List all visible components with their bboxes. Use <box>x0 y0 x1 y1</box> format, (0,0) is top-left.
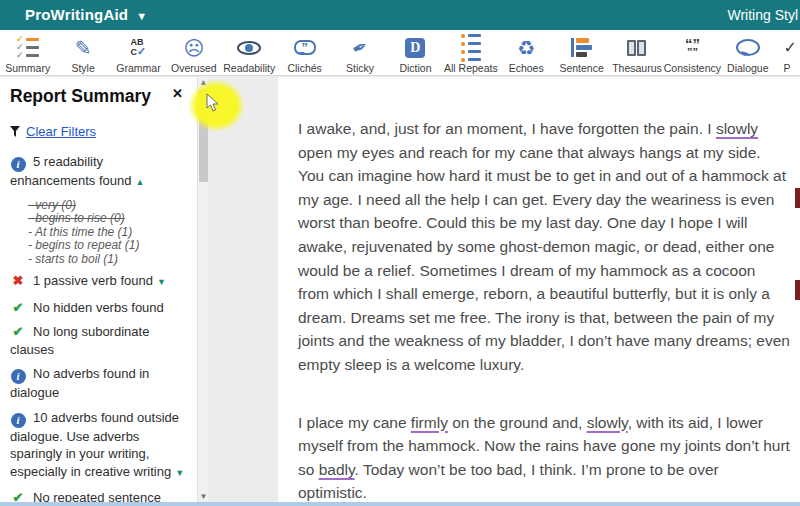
toolbar-item-label: Summary <box>5 62 50 74</box>
summary-subitem[interactable]: - At this time the (1) <box>28 226 187 240</box>
toolbar-item-diction[interactable]: DDiction <box>388 30 443 75</box>
grammar-icon: ABC✓ <box>131 35 147 60</box>
app-window: ProWritingAid▼ Writing Styl ✓✓✓Summary✎S… <box>0 0 800 506</box>
summary-item[interactable]: ✔No long subordinate clauses <box>10 323 187 358</box>
document-page[interactable]: I awake, and, just for an moment, I have… <box>278 77 800 502</box>
page-gutter <box>208 77 278 502</box>
toolbar-item-label: Style <box>71 62 94 74</box>
toolbar-item-summary[interactable]: ✓✓✓Summary <box>0 30 55 75</box>
summary-item-text: 1 passive verb found <box>33 273 153 288</box>
toolbar-item-label: Overused <box>171 62 217 74</box>
toolbar-item-label: Grammar <box>116 62 160 74</box>
issue-marker[interactable] <box>795 280 800 300</box>
readability-icon <box>237 35 261 60</box>
summary-item[interactable]: i5 readability enhancements found▲ <box>10 153 187 192</box>
content-area: Report Summary ✕ Clear Filters i5 readab… <box>0 77 800 502</box>
summary-item[interactable]: ✔No repeated sentence starts found <box>10 489 187 502</box>
summary-subitem[interactable]: - starts to boil (1) <box>28 253 187 267</box>
toolbar-item-label: Diction <box>399 62 431 74</box>
doc-text: I awake, and, just for an moment, I have… <box>298 120 716 137</box>
scrollbar-thumb[interactable] <box>199 90 208 182</box>
chevron-down-icon: ▼ <box>136 10 147 22</box>
consistency-icon: “””” <box>685 35 700 60</box>
info-icon: i <box>10 365 26 384</box>
toolbar-item-all-repeats[interactable]: All Repeats <box>443 30 498 75</box>
chevron-down-icon[interactable]: ▼ <box>175 468 184 478</box>
brand-label: ProWritingAid <box>25 6 128 23</box>
toolbar-item-style[interactable]: ✎Style <box>55 30 110 75</box>
toolbar-item-p[interactable]: ✓P <box>775 30 800 75</box>
document-text: I awake, and, just for an moment, I have… <box>278 77 800 502</box>
sentence-icon <box>571 35 592 60</box>
panel-title: Report Summary <box>10 86 197 107</box>
check-icon: ✔ <box>10 323 26 341</box>
toolbar-item-readability[interactable]: Readability <box>222 30 277 75</box>
doc-text: on the ground and, <box>448 414 587 431</box>
close-icon[interactable]: ✕ <box>172 86 183 101</box>
toolbar-item-sticky[interactable]: ✒Sticky <box>332 30 387 75</box>
chevron-up-icon[interactable]: ▲ <box>135 177 144 187</box>
cross-icon: ✖ <box>10 272 26 290</box>
document-paragraph: I awake, and, just for an moment, I have… <box>298 117 790 377</box>
summary-subitem[interactable]: - very (0) <box>28 199 187 213</box>
check-icon: ✔ <box>10 299 26 317</box>
summary-subitem[interactable]: - begins to repeat (1) <box>28 239 187 253</box>
toolbar-item-label: P <box>783 62 790 74</box>
toolbar-item-label: Consistency <box>664 62 721 74</box>
toolbar-item-sentence[interactable]: Sentence <box>554 30 609 75</box>
summary-item-text: No hidden verbs found <box>33 300 164 315</box>
summary-item[interactable]: iNo adverbs found in dialogue <box>10 365 187 402</box>
adverb-highlight[interactable]: slowly <box>587 414 628 431</box>
summary-items: i5 readability enhancements found▲- very… <box>10 153 187 502</box>
bottom-divider <box>0 502 800 506</box>
doc-text: open my eyes and reach for my cane that … <box>298 144 790 373</box>
summary-item-text: No adverbs found in dialogue <box>10 366 149 400</box>
toolbar-item-grammar[interactable]: ABC✓Grammar <box>111 30 166 75</box>
toolbar-item-thesaurus[interactable]: Thesaurus <box>609 30 664 75</box>
toolbar-item-label: All Repeats <box>444 62 498 74</box>
doc-text: I place my cane <box>298 414 411 431</box>
top-bar: ProWritingAid▼ Writing Styl <box>0 0 800 30</box>
adverb-highlight[interactable]: slowly <box>716 120 758 137</box>
panel-scrollbar[interactable]: ▲ ▼ <box>197 77 208 502</box>
toolbar-item-label: Dialogue <box>727 62 768 74</box>
toolbar-item-echoes[interactable]: ♻Echoes <box>499 30 554 75</box>
document-paragraph: I place my cane firmly on the ground and… <box>298 411 790 502</box>
all-repeats-icon <box>461 35 481 60</box>
toolbar-item-consistency[interactable]: “”””Consistency <box>665 30 720 75</box>
echoes-icon: ♻ <box>517 35 535 60</box>
summary-subitem[interactable]: - begins to rise (0) <box>28 212 187 226</box>
clear-filters-row: Clear Filters <box>10 124 197 139</box>
toolbar-item-label: Thesaurus <box>612 62 662 74</box>
toolbar-item-dialogue[interactable]: Dialogue <box>720 30 775 75</box>
brand-menu[interactable]: ProWritingAid▼ <box>25 0 147 30</box>
summary-item-text: No repeated sentence starts found <box>10 490 161 502</box>
report-toolbar: ✓✓✓Summary✎StyleABC✓Grammar☹OverusedRead… <box>0 30 800 76</box>
doc-text: . Today won’t be too bad, I think. I’m p… <box>298 461 719 502</box>
toolbar-item-label: Sticky <box>346 62 374 74</box>
toolbar-item-overused[interactable]: ☹Overused <box>166 30 221 75</box>
filter-icon <box>10 126 20 137</box>
summary-item[interactable]: ✔No hidden verbs found <box>10 299 187 317</box>
issue-marker[interactable] <box>795 188 800 208</box>
summary-item-text: No long subordinate clauses <box>10 324 149 357</box>
diction-icon: D <box>405 35 425 60</box>
summary-item[interactable]: ✖1 passive verb found▼ <box>10 272 187 292</box>
summary-item[interactable]: i10 adverbs found outside dialogue. Use … <box>10 409 187 483</box>
dialogue-icon <box>736 35 760 60</box>
report-summary-panel: Report Summary ✕ Clear Filters i5 readab… <box>0 77 197 502</box>
chevron-down-icon[interactable]: ▼ <box>157 277 166 287</box>
adverb-highlight[interactable]: badly <box>319 461 355 478</box>
summary-icon: ✓✓✓ <box>16 35 40 60</box>
writing-style-label[interactable]: Writing Styl <box>727 0 798 30</box>
summary-subitems: - very (0)- begins to rise (0)- At this … <box>28 199 187 267</box>
toolbar-item-label: Readability <box>223 62 275 74</box>
clear-filters-link[interactable]: Clear Filters <box>26 124 96 139</box>
adverb-highlight[interactable]: firmly <box>411 414 448 431</box>
toolbar-item-clich-s[interactable]: ”Clichés <box>277 30 332 75</box>
toolbar-item-label: Clichés <box>287 62 321 74</box>
info-icon: i <box>10 409 26 428</box>
toolbar-item-label: Sentence <box>559 62 603 74</box>
check-icon: ✔ <box>10 489 26 502</box>
summary-item-text: 10 adverbs found outside dialogue. Use a… <box>10 410 179 479</box>
